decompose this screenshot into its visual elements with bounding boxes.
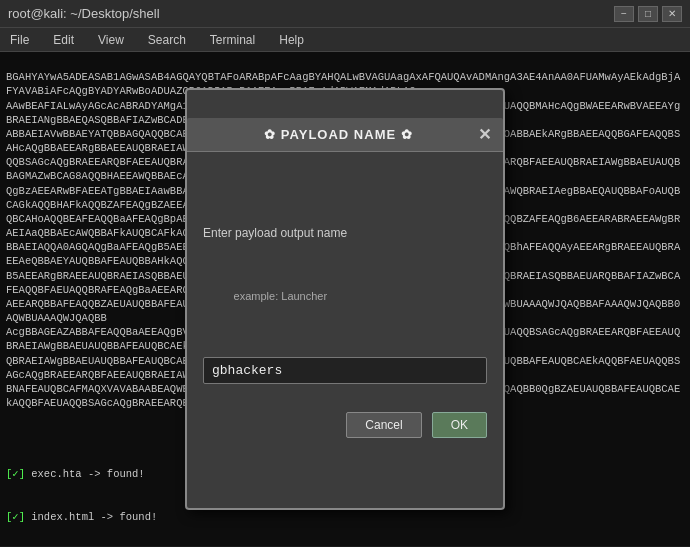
window-controls: − □ ✕ [614,6,682,22]
menu-view[interactable]: View [92,31,130,49]
minimize-button[interactable]: − [614,6,634,22]
payload-name-dialog: ✿ PAYLOAD NAME ✿ ✕ Enter payload output … [185,88,505,511]
dialog-title-bar: ✿ PAYLOAD NAME ✿ ✕ [187,118,503,153]
dialog-buttons: Cancel OK [203,412,487,438]
menu-search[interactable]: Search [142,31,192,49]
menu-help[interactable]: Help [273,31,310,49]
terminal-output: BGAHYAYwA5ADEASAB1AGwASAB4AGQAYQBTAFoARA… [0,52,690,546]
example-value: Launcher [281,290,327,302]
dialog-label: Enter payload output name [203,225,487,241]
window-title: root@kali: ~/Desktop/shell [8,6,160,21]
title-bar: root@kali: ~/Desktop/shell − □ ✕ [0,0,690,28]
menu-file[interactable]: File [4,31,35,49]
menu-edit[interactable]: Edit [47,31,80,49]
found-item-1: exec.hta -> found! [25,468,145,480]
close-button[interactable]: ✕ [662,6,682,22]
maximize-button[interactable]: □ [638,6,658,22]
dialog-close-button[interactable]: ✕ [478,127,491,143]
dialog-body: Enter payload output name example: Launc… [187,181,503,480]
found-item-2: index.html -> found! [25,511,157,523]
example-prefix: example: [234,290,282,302]
dialog-title: ✿ PAYLOAD NAME ✿ [199,126,478,144]
dialog-example: example: Launcher [203,274,487,319]
menu-bar: File Edit View Search Terminal Help [0,28,690,52]
payload-name-input[interactable] [203,357,487,384]
menu-terminal[interactable]: Terminal [204,31,261,49]
ok-button[interactable]: OK [432,412,487,438]
cancel-button[interactable]: Cancel [346,412,421,438]
